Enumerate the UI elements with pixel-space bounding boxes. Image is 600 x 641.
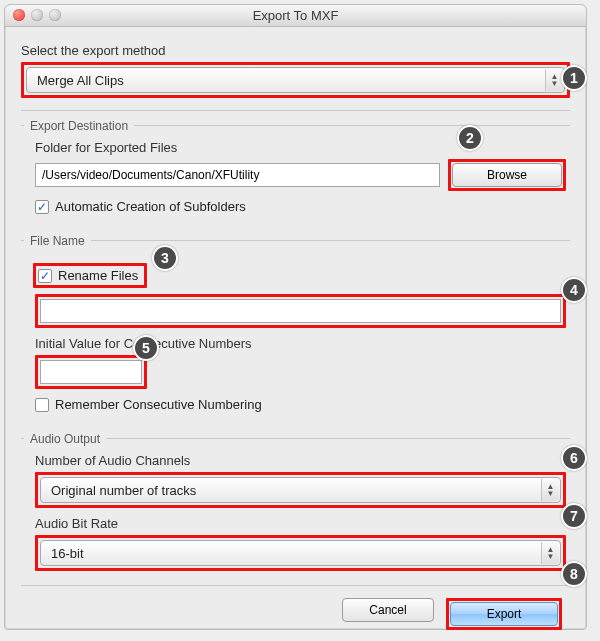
titlebar: Export To MXF [5, 5, 586, 27]
audio-channels-select[interactable]: Original number of tracks ▲▼ [40, 477, 561, 503]
callout-7: 7 [561, 503, 587, 529]
callout-2: 2 [457, 125, 483, 151]
export-method-select[interactable]: Merge All Clips ▲▼ [26, 67, 565, 93]
callout-4: 4 [561, 277, 587, 303]
export-dialog: Export To MXF 1 2 3 4 5 6 7 8 Select the… [4, 4, 587, 630]
minimize-icon[interactable] [31, 9, 43, 21]
audio-bitrate-value: 16-bit [51, 546, 84, 561]
cancel-button[interactable]: Cancel [342, 598, 434, 622]
initial-value-label: Initial Value for Consecutive Numbers [25, 336, 566, 351]
folder-label: Folder for Exported Files [25, 140, 566, 155]
audio-bitrate-label: Audio Bit Rate [25, 516, 566, 531]
window-title: Export To MXF [253, 8, 339, 23]
callout-3: 3 [152, 245, 178, 271]
export-destination-title: Export Destination [24, 119, 134, 133]
file-name-input[interactable] [40, 299, 561, 323]
auto-subfolders-label: Automatic Creation of Subfolders [55, 199, 246, 214]
audio-channels-label: Number of Audio Channels [25, 453, 566, 468]
remember-numbering-checkbox[interactable] [35, 398, 49, 412]
remember-numbering-label: Remember Consecutive Numbering [55, 397, 262, 412]
chevron-updown-icon: ▲▼ [541, 479, 559, 501]
audio-bitrate-select[interactable]: 16-bit ▲▼ [40, 540, 561, 566]
export-method-value: Merge All Clips [37, 73, 124, 88]
initial-value-input[interactable] [40, 360, 142, 384]
select-method-label: Select the export method [21, 43, 570, 58]
callout-1: 1 [561, 65, 587, 91]
auto-subfolders-checkbox[interactable]: ✓ [35, 200, 49, 214]
file-name-title: File Name [24, 234, 91, 248]
zoom-icon[interactable] [49, 9, 61, 21]
callout-6: 6 [561, 445, 587, 471]
rename-files-checkbox[interactable]: ✓ [38, 269, 52, 283]
audio-channels-value: Original number of tracks [51, 483, 196, 498]
chevron-updown-icon: ▲▼ [541, 542, 559, 564]
rename-files-label: Rename Files [58, 268, 138, 283]
export-button[interactable]: Export [450, 602, 558, 626]
callout-8: 8 [561, 561, 587, 587]
folder-path-input[interactable] [35, 163, 440, 187]
browse-button[interactable]: Browse [452, 163, 562, 187]
close-icon[interactable] [13, 9, 25, 21]
callout-5: 5 [133, 335, 159, 361]
audio-output-title: Audio Output [24, 432, 106, 446]
